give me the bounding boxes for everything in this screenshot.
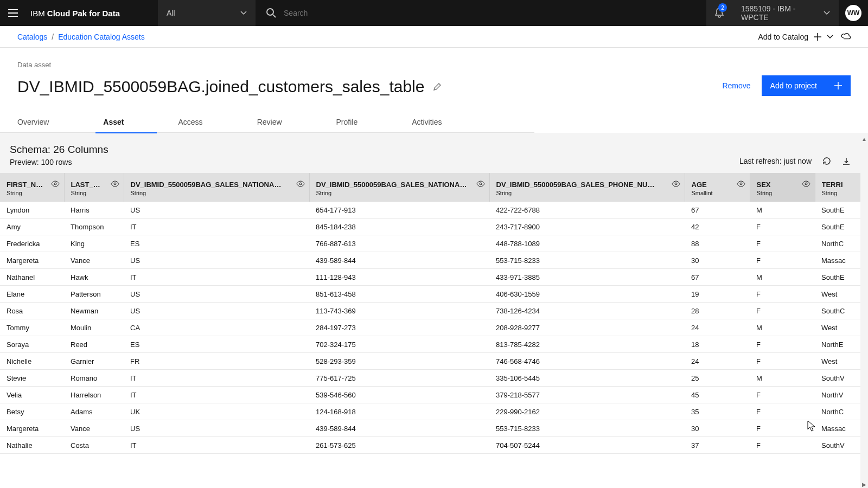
last-refresh-text: Last refresh: just now — [739, 157, 812, 165]
add-to-catalog-label: Add to Catalog — [758, 33, 808, 41]
notification-button[interactable]: 2 — [706, 0, 732, 26]
table-cell: 702-324-175 — [309, 336, 489, 353]
table-row[interactable]: ElanePattersonUS851-613-458406-630-15591… — [0, 286, 868, 303]
column-header[interactable]: DV_IBMID_5500059BAG_SALES_PHONE_NU…Strin… — [489, 173, 685, 202]
eye-icon[interactable] — [111, 181, 119, 187]
column-name: FIRST_N… — [7, 181, 58, 189]
table-row[interactable]: StevieRomanoIT775-617-725335-106-544525M… — [0, 370, 868, 387]
breadcrumb-current[interactable]: Education Catalog Assets — [58, 33, 145, 41]
table-row[interactable]: MargeretaVanceUS439-589-844553-715-82333… — [0, 420, 868, 437]
table-cell: 766-887-613 — [309, 235, 489, 252]
table-cell: Harris — [64, 202, 124, 219]
column-name: DV_IBMID_5500059BAG_SALES_NATIONA… — [316, 181, 483, 189]
eye-icon[interactable] — [476, 181, 485, 187]
table-cell: Moulin — [64, 319, 124, 336]
table-cell: F — [750, 403, 815, 420]
table-row[interactable]: MargeretaVanceUS439-589-844553-715-82333… — [0, 252, 868, 269]
preview-rows-label: Preview: 100 rows — [10, 158, 108, 166]
table-row[interactable]: LyndonHarrisUS654-177-913422-722-678867M… — [0, 202, 868, 219]
hamburger-menu-button[interactable] — [0, 0, 26, 26]
table-cell: 124-168-918 — [309, 403, 489, 420]
table-cell: Nathanel — [0, 269, 64, 286]
column-header[interactable]: FIRST_N…String — [0, 173, 64, 202]
tab-review[interactable]: Review — [257, 111, 282, 133]
table-cell: 229-990-2162 — [489, 403, 685, 420]
column-header[interactable]: AGESmallint — [685, 173, 750, 202]
table-row[interactable]: RosaNewmanUS113-743-369738-126-423428FSo… — [0, 303, 868, 319]
table-cell: Nathalie — [0, 437, 64, 454]
column-name: SEX — [757, 181, 808, 189]
search-icon[interactable] — [266, 8, 276, 18]
vertical-scrollbar[interactable]: ▲ ▼ — [860, 135, 868, 488]
table-cell: 738-126-4234 — [489, 303, 685, 319]
tab-overview[interactable]: Overview — [17, 111, 49, 133]
search-input[interactable] — [284, 9, 446, 17]
avatar[interactable]: WW — [845, 5, 861, 21]
table-cell: Stevie — [0, 370, 64, 387]
table-row[interactable]: NichelleGarnierFR528-293-359746-568-4746… — [0, 353, 868, 370]
table-cell: US — [124, 420, 309, 437]
table-row[interactable]: SorayaReedES702-324-175813-785-428218FNo… — [0, 336, 868, 353]
svg-point-0 — [267, 9, 273, 15]
brand-light: IBM — [30, 9, 45, 18]
table-cell: 30 — [685, 420, 750, 437]
table-cell: IT — [124, 387, 309, 403]
table-cell: Harrelson — [64, 387, 124, 403]
schema-heading: Schema: 26 Columns — [10, 144, 108, 156]
table-cell: F — [750, 219, 815, 235]
column-name: TERRI — [822, 181, 861, 189]
table-cell: 28 — [685, 303, 750, 319]
edit-icon[interactable] — [433, 82, 442, 91]
table-row[interactable]: NathanelHawkIT111-128-943433-971-388567M… — [0, 269, 868, 286]
table-cell: 24 — [685, 353, 750, 370]
table-row[interactable]: AmyThompsonIT845-184-238243-717-890042FS… — [0, 219, 868, 235]
table-cell: ES — [124, 235, 309, 252]
table-cell: 30 — [685, 252, 750, 269]
table-cell: F — [750, 252, 815, 269]
tab-profile[interactable]: Profile — [336, 111, 358, 133]
page-title: DV_IBMID_5500059BAG.joined_customers_sal… — [17, 78, 424, 96]
download-icon[interactable] — [842, 157, 851, 165]
column-header[interactable]: SEXString — [750, 173, 815, 202]
eye-icon[interactable] — [672, 181, 680, 187]
column-header[interactable]: DV_IBMID_5500059BAG_SALES_NATIONA…String — [124, 173, 309, 202]
table-cell: Rosa — [0, 303, 64, 319]
refresh-icon[interactable] — [822, 157, 831, 165]
column-header[interactable]: DV_IBMID_5500059BAG_SALES_NATIONA…String — [309, 173, 489, 202]
eye-icon[interactable] — [51, 181, 60, 187]
tab-activities[interactable]: Activities — [412, 111, 442, 133]
table-row[interactable]: NathalieCostaIT261-573-625704-507-524437… — [0, 437, 868, 454]
table-cell: F — [750, 387, 815, 403]
account-dropdown[interactable]: 1585109 - IBM - WPCTE — [732, 0, 839, 26]
eye-icon[interactable] — [296, 181, 305, 187]
asset-type-label: Data asset — [17, 61, 442, 69]
table-cell: 67 — [685, 269, 750, 286]
tab-access[interactable]: Access — [178, 111, 203, 133]
table-cell: Costa — [64, 437, 124, 454]
column-header[interactable]: LAST_NA…String — [64, 173, 124, 202]
table-cell: 539-546-560 — [309, 387, 489, 403]
eye-icon[interactable] — [802, 181, 810, 187]
table-row[interactable]: TommyMoulinCA284-197-273208-928-927724MW… — [0, 319, 868, 336]
scroll-up-arrow-icon[interactable]: ▲ — [860, 135, 868, 143]
tab-asset[interactable]: Asset — [103, 111, 124, 133]
table-row[interactable]: BetsyAdamsUK124-168-918229-990-216235FNo… — [0, 403, 868, 420]
svg-point-1 — [54, 183, 56, 185]
settings-cloud-icon[interactable] — [841, 32, 851, 42]
svg-point-6 — [740, 183, 742, 185]
table-row[interactable]: FrederickaKingES766-887-613448-788-10898… — [0, 235, 868, 252]
table-row[interactable]: VeliaHarrelsonIT539-546-560379-218-55774… — [0, 387, 868, 403]
column-name: AGE — [692, 181, 743, 189]
scroll-right-arrow-icon[interactable]: ▶ — [860, 480, 868, 488]
table-cell: 25 — [685, 370, 750, 387]
table-cell: 654-177-913 — [309, 202, 489, 219]
table-cell: M — [750, 319, 815, 336]
scope-dropdown[interactable]: All — [158, 0, 256, 26]
add-to-catalog-button[interactable]: Add to Catalog — [758, 33, 833, 41]
eye-icon[interactable] — [737, 181, 745, 187]
remove-button[interactable]: Remove — [722, 81, 750, 90]
add-to-project-button[interactable]: Add to project — [762, 75, 851, 96]
table-cell: 775-617-725 — [309, 370, 489, 387]
breadcrumb-parent[interactable]: Catalogs — [17, 33, 47, 41]
table-cell: Tommy — [0, 319, 64, 336]
